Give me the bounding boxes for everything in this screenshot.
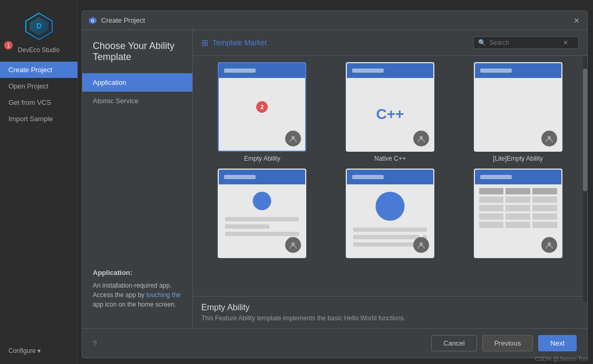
template-card-4[interactable] — [201, 169, 323, 261]
next-button[interactable]: Next — [538, 335, 577, 351]
desc-title: Application: — [93, 268, 182, 278]
panel-title: Choose Your Ability Template — [82, 41, 192, 73]
svg-text:D: D — [36, 22, 41, 30]
card-header-bar-3 — [475, 63, 561, 78]
svg-point-10 — [548, 242, 551, 245]
card-circle-5 — [375, 192, 404, 221]
template-card-img-4 — [218, 169, 306, 258]
left-nav-atomic-service[interactable]: Atomic Service — [82, 92, 192, 110]
watermark: CSDN @James-Tom — [535, 356, 589, 362]
deveco-logo: D — [23, 11, 55, 42]
notification-badge: 1 — [4, 41, 13, 50]
left-panel: Choose Your Ability Template Application… — [82, 30, 193, 328]
template-card-native-cpp[interactable]: C++ Native C++ — [329, 62, 451, 162]
ide-brand-label: DevEco Studio — [18, 46, 60, 54]
card-avatar-2 — [413, 131, 429, 146]
dialog-footer: ? Cancel Previous Next — [82, 328, 587, 358]
template-card-img-lite-empty — [474, 62, 562, 152]
left-nav-application[interactable]: Application — [82, 73, 192, 92]
panel-description: Application: An installation-required ap… — [82, 259, 192, 318]
ide-sidebar: D DevEco Studio 1 Create Project Open Pr… — [0, 0, 78, 364]
card-avatar-5 — [413, 237, 429, 253]
template-card-img-empty-ability: 2 — [218, 62, 306, 152]
svg-point-9 — [420, 242, 423, 245]
desc-text: An installation-required app. Access the… — [93, 282, 181, 308]
template-market-icon: ⊞ — [201, 38, 208, 48]
sidebar-item-import-sample[interactable]: Import Sample — [0, 111, 77, 127]
card-row-4-2 — [225, 224, 269, 229]
card-avatar-6 — [541, 237, 557, 253]
svg-point-5 — [291, 136, 295, 139]
card-avatar-4 — [285, 237, 301, 253]
card-header-bar-1 — [219, 63, 305, 78]
bottom-info: Empty Ability This Feature Ability templ… — [193, 296, 587, 328]
template-card-lite-empty[interactable]: [Lite]Empty Ability — [457, 62, 579, 162]
card-header-bar-6 — [475, 170, 561, 184]
dialog-icon: D — [89, 16, 97, 25]
template-card-img-6 — [474, 169, 562, 258]
desc-highlight: touching the — [146, 291, 180, 299]
card-table-6 — [479, 188, 557, 230]
grid-scrollbar[interactable] — [583, 56, 587, 302]
right-panel-header: ⊞ Template Market 🔍 ✕ — [193, 30, 587, 56]
svg-text:D: D — [91, 18, 94, 23]
template-card-img-native-cpp: C++ — [346, 62, 434, 152]
card-row-5-1 — [353, 228, 427, 232]
sidebar-item-get-from-vcs[interactable]: Get from VCS — [0, 94, 77, 111]
search-clear-icon[interactable]: ✕ — [563, 39, 568, 46]
svg-point-8 — [291, 242, 295, 245]
card-badge-1: 2 — [256, 101, 268, 113]
right-panel: ⊞ Template Market 🔍 ✕ 2 — [193, 30, 587, 328]
sidebar-item-open-project[interactable]: Open Project — [0, 78, 77, 94]
dialog-close-button[interactable]: ✕ — [572, 16, 581, 25]
svg-point-6 — [420, 136, 423, 139]
sidebar-bottom: Configure ▾ — [0, 343, 78, 359]
card-header-bar-2 — [347, 63, 433, 78]
template-market-label[interactable]: Template Market — [212, 38, 473, 47]
card-circle-4 — [253, 192, 271, 210]
card-avatar-3 — [541, 131, 557, 146]
card-row-4-1 — [225, 217, 299, 221]
template-card-6[interactable] — [457, 169, 579, 261]
selected-template-desc: This Feature Ability template implements… — [201, 314, 579, 322]
logo-area: D DevEco Studio — [0, 0, 77, 62]
dialog-content: Choose Your Ability Template Application… — [82, 30, 587, 328]
template-card-5[interactable] — [329, 169, 451, 261]
template-grid: 2 Empty Ability — [193, 56, 587, 296]
svg-point-7 — [548, 136, 551, 139]
card-header-bar-5 — [347, 170, 433, 184]
template-card-label-empty-ability: Empty Ability — [244, 155, 280, 162]
selected-template-name: Empty Ability — [201, 303, 579, 312]
help-button[interactable]: ? — [93, 339, 97, 348]
card-rows-4 — [225, 217, 299, 239]
previous-button[interactable]: Previous — [482, 335, 533, 351]
template-card-label-lite-empty: [Lite]Empty Ability — [493, 155, 543, 162]
search-icon: 🔍 — [478, 39, 486, 46]
sidebar-item-create-project[interactable]: Create Project — [0, 62, 77, 78]
template-card-label-native-cpp: Native C++ — [374, 155, 406, 162]
search-input[interactable] — [489, 39, 563, 46]
cancel-button[interactable]: Cancel — [431, 335, 477, 351]
configure-label[interactable]: Configure ▾ — [8, 347, 41, 355]
template-card-img-5 — [346, 169, 434, 258]
card-header-bar-4 — [219, 170, 305, 184]
card-row-4-3 — [225, 232, 299, 236]
scrollbar-thumb — [583, 68, 587, 191]
search-box: 🔍 ✕ — [473, 36, 579, 49]
create-project-dialog: D Create Project ✕ Choose Your Ability T… — [82, 11, 588, 358]
dialog-titlebar: D Create Project ✕ — [82, 11, 587, 30]
dialog-title: Create Project — [101, 16, 572, 24]
template-card-empty-ability[interactable]: 2 Empty Ability — [201, 62, 323, 162]
cpp-icon: C++ — [376, 106, 404, 123]
